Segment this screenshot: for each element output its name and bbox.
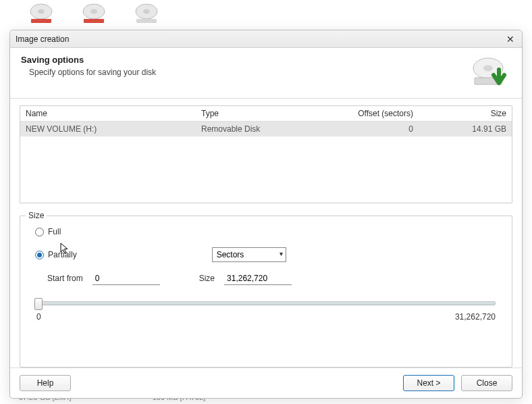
cell-size: 14.91 GB bbox=[419, 122, 512, 136]
radio-icon bbox=[35, 228, 44, 236]
disk-save-icon bbox=[471, 55, 511, 89]
size-input[interactable] bbox=[224, 272, 292, 285]
disk-icon bbox=[80, 1, 108, 24]
cell-type: Removable Disk bbox=[196, 122, 311, 136]
svg-point-10 bbox=[483, 66, 493, 72]
table-header-row: Name Type Offset (sectors) Size bbox=[20, 106, 512, 122]
next-button[interactable]: Next > bbox=[403, 375, 454, 391]
background-disk-icons bbox=[27, 1, 161, 24]
radio-full[interactable]: Full bbox=[35, 227, 497, 236]
dialog-title: Image creation bbox=[16, 34, 69, 44]
svg-rect-2 bbox=[31, 19, 51, 23]
close-button[interactable]: Close bbox=[461, 375, 512, 391]
column-header-size[interactable]: Size bbox=[419, 106, 512, 121]
slider-min-label: 0 bbox=[36, 312, 41, 322]
column-header-offset[interactable]: Offset (sectors) bbox=[311, 106, 419, 121]
unit-select[interactable]: Sectors ▾ bbox=[212, 247, 286, 262]
start-from-label: Start from bbox=[47, 274, 83, 283]
svg-point-4 bbox=[90, 9, 97, 14]
cell-offset: 0 bbox=[311, 122, 419, 136]
image-creation-dialog: Image creation ✕ Saving options Specify … bbox=[9, 30, 523, 399]
disk-icon bbox=[132, 1, 161, 24]
group-label: Size bbox=[26, 211, 47, 220]
cell-name: NEW VOLUME (H:) bbox=[20, 122, 196, 136]
close-icon[interactable]: ✕ bbox=[504, 33, 516, 45]
help-button[interactable]: Help bbox=[20, 375, 71, 391]
table-row[interactable]: NEW VOLUME (H:) Removable Disk 0 14.91 G… bbox=[20, 122, 512, 136]
dialog-footer: Help Next > Close bbox=[10, 368, 522, 398]
radio-partially[interactable]: Partially bbox=[35, 250, 77, 259]
svg-point-1 bbox=[38, 9, 45, 14]
slider-max-label: 31,262,720 bbox=[455, 312, 496, 322]
start-from-input[interactable] bbox=[92, 272, 160, 285]
slider-thumb[interactable] bbox=[34, 298, 43, 310]
size-group: Size Full Partially Sectors ▾ Start from bbox=[20, 216, 512, 368]
svg-rect-8 bbox=[136, 19, 157, 23]
dialog-header: Saving options Specify options for savin… bbox=[10, 48, 522, 99]
svg-rect-5 bbox=[84, 19, 104, 23]
header-subheading: Specify options for saving your disk bbox=[29, 68, 471, 77]
radio-full-label: Full bbox=[48, 227, 61, 236]
size-label: Size bbox=[199, 274, 215, 283]
column-header-type[interactable]: Type bbox=[196, 106, 311, 121]
svg-point-7 bbox=[143, 9, 150, 14]
radio-partially-label: Partially bbox=[48, 250, 77, 259]
slider-track bbox=[36, 301, 496, 305]
radio-icon bbox=[35, 251, 44, 259]
disk-icon bbox=[27, 1, 55, 24]
unit-select-value: Sectors bbox=[212, 247, 286, 262]
column-header-name[interactable]: Name bbox=[20, 106, 196, 121]
range-slider[interactable]: 0 31,262,720 bbox=[36, 301, 496, 322]
dialog-titlebar: Image creation ✕ bbox=[10, 30, 522, 48]
header-heading: Saving options bbox=[21, 55, 471, 65]
disk-table: Name Type Offset (sectors) Size NEW VOLU… bbox=[20, 105, 512, 203]
